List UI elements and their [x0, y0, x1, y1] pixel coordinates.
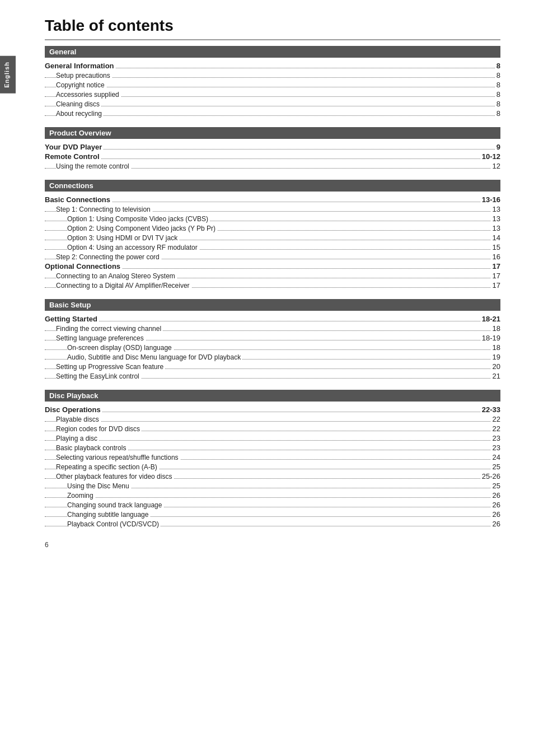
entry-page: 23: [491, 444, 500, 452]
toc-entry: Setting up Progressive Scan feature20: [45, 362, 500, 371]
entry-text: Setting language preferences: [56, 334, 146, 342]
entry-text: Audio, Subtitle and Disc Menu language f…: [67, 353, 242, 361]
entry-text: Changing sound track language: [67, 501, 163, 509]
entry-text: Using the remote control: [56, 162, 131, 170]
entry-text: Selecting various repeat/shuffle functio…: [56, 454, 180, 461]
toc-entry: Audio, Subtitle and Disc Menu language f…: [45, 352, 500, 362]
entry-page: 8: [495, 109, 500, 118]
toc-entry: Repeating a specific section (A-B)25: [45, 462, 500, 472]
toc-entry: Optional Connections17: [45, 262, 500, 271]
entry-text: Copyright notice: [56, 81, 106, 89]
entry-text: Optional Connections: [45, 262, 122, 270]
entry-page: 18: [491, 343, 500, 352]
entry-page: 13: [491, 214, 500, 223]
entry-text: About recycling: [56, 110, 104, 118]
toc-entry: Playing a disc23: [45, 433, 500, 443]
toc-entry: Disc Operations22-33: [45, 405, 500, 414]
entry-text: On-screen display (OSD) language: [67, 344, 174, 352]
entry-text: Zooming: [67, 492, 95, 500]
entry-page: 10-12: [480, 152, 500, 161]
toc-entry: Connecting to a Digital AV Amplifier/Rec…: [45, 281, 500, 290]
toc-sections: GeneralGeneral Information8Setup precaut…: [45, 46, 500, 529]
entry-text: Option 1: Using Composite Video jacks (C…: [67, 215, 210, 223]
section-connections: ConnectionsBasic Connections13-16Step 1:…: [45, 180, 500, 290]
toc-entry: Connecting to an Analog Stereo System17: [45, 271, 500, 281]
toc-entry: Step 1: Connecting to television13: [45, 204, 500, 214]
section-header-connections: Connections: [45, 180, 500, 192]
toc-entry: Setting language preferences18-19: [45, 333, 500, 343]
toc-entry: Playable discs22: [45, 414, 500, 424]
entry-text: Basic playback controls: [56, 444, 128, 452]
toc-entry: Using the Disc Menu25: [45, 481, 500, 491]
toc-entry: Playback Control (VCD/SVCD)26: [45, 519, 500, 529]
toc-entry: Basic playback controls23: [45, 443, 500, 452]
entry-page: 26: [491, 491, 500, 500]
entry-page: 20: [491, 362, 500, 371]
toc-entry: Cleaning discs8: [45, 99, 500, 109]
page-title: Table of contents: [45, 17, 500, 40]
entry-page: 8: [495, 100, 500, 108]
entry-text: Region codes for DVD discs: [56, 425, 142, 433]
entry-text: Basic Connections: [45, 195, 112, 204]
entry-page: 21: [491, 372, 500, 380]
side-tab: English: [0, 56, 16, 94]
entry-page: 15: [491, 243, 500, 251]
entry-text: Cleaning discs: [56, 100, 101, 108]
entry-page: 17: [491, 262, 500, 270]
toc-entry: Changing subtitle language26: [45, 510, 500, 519]
toc-entry: Region codes for DVD discs22: [45, 424, 500, 433]
toc-entry: Setting the EasyLink control21: [45, 371, 500, 381]
entry-page: 8: [495, 81, 500, 89]
entry-text: Option 2: Using Component Video jacks (Y…: [67, 225, 217, 232]
entry-page: 26: [491, 510, 500, 519]
toc-entry: General Information8: [45, 61, 500, 71]
entry-page: 13: [491, 205, 500, 213]
entry-page: 24: [491, 453, 500, 461]
toc-entry: Option 3: Using HDMI or DVI TV jack14: [45, 233, 500, 242]
entry-page: 23: [491, 434, 500, 442]
entry-page: 18-21: [480, 315, 500, 323]
entry-page: 12: [491, 162, 500, 170]
entry-page: 22: [491, 415, 500, 423]
entry-text: Setting the EasyLink control: [56, 372, 141, 380]
entry-page: 18-19: [480, 334, 500, 342]
entry-page: 22-33: [480, 405, 500, 414]
section-header-basic-setup: Basic Setup: [45, 299, 500, 311]
page-wrapper: English Table of contents GeneralGeneral…: [0, 0, 534, 560]
toc-entry: Option 1: Using Composite Video jacks (C…: [45, 214, 500, 223]
entry-text: Connecting to a Digital AV Amplifier/Rec…: [56, 282, 191, 290]
section-disc-playback: Disc PlaybackDisc Operations22-33Playabl…: [45, 390, 500, 529]
toc-entry: Option 4: Using an accessory RF modulato…: [45, 242, 500, 252]
entry-page: 25-26: [480, 472, 500, 480]
section-header-product-overview: Product Overview: [45, 127, 500, 139]
entry-text: Accessories supplied: [56, 91, 121, 99]
toc-entry: Changing sound track language26: [45, 500, 500, 510]
section-header-general: General: [45, 46, 500, 58]
toc-entry: Basic Connections13-16: [45, 195, 500, 204]
entry-page: 13: [491, 224, 500, 232]
entry-page: 16: [491, 253, 500, 261]
entry-page: 25: [491, 463, 500, 471]
toc-entry: Step 2: Connecting the power cord16: [45, 252, 500, 262]
toc-entry: Other playback features for video discs2…: [45, 472, 500, 481]
entry-text: Option 4: Using an accessory RF modulato…: [67, 244, 199, 251]
toc-entry: Copyright notice8: [45, 80, 500, 90]
entry-text: Playable discs: [56, 416, 101, 423]
page-footer: 6: [45, 541, 49, 549]
entry-text: Your DVD Player: [45, 143, 104, 151]
toc-entry: Finding the correct viewing channel18: [45, 324, 500, 333]
entry-text: Playback Control (VCD/SVCD): [67, 520, 161, 528]
entry-page: 8: [495, 62, 500, 70]
entry-text: Finding the correct viewing channel: [56, 325, 163, 333]
entry-text: Remote Control: [45, 152, 101, 161]
toc-entry: On-screen display (OSD) language18: [45, 343, 500, 352]
toc-entry: Selecting various repeat/shuffle functio…: [45, 452, 500, 462]
entry-text: Repeating a specific section (A-B): [56, 463, 159, 471]
section-header-disc-playback: Disc Playback: [45, 390, 500, 402]
entry-page: 17: [491, 272, 500, 280]
entry-text: Connecting to an Analog Stereo System: [56, 272, 177, 280]
section-basic-setup: Basic SetupGetting Started18-21Finding t…: [45, 299, 500, 381]
entry-page: 17: [491, 281, 500, 290]
toc-entry: Using the remote control12: [45, 161, 500, 171]
toc-entry: About recycling8: [45, 109, 500, 118]
